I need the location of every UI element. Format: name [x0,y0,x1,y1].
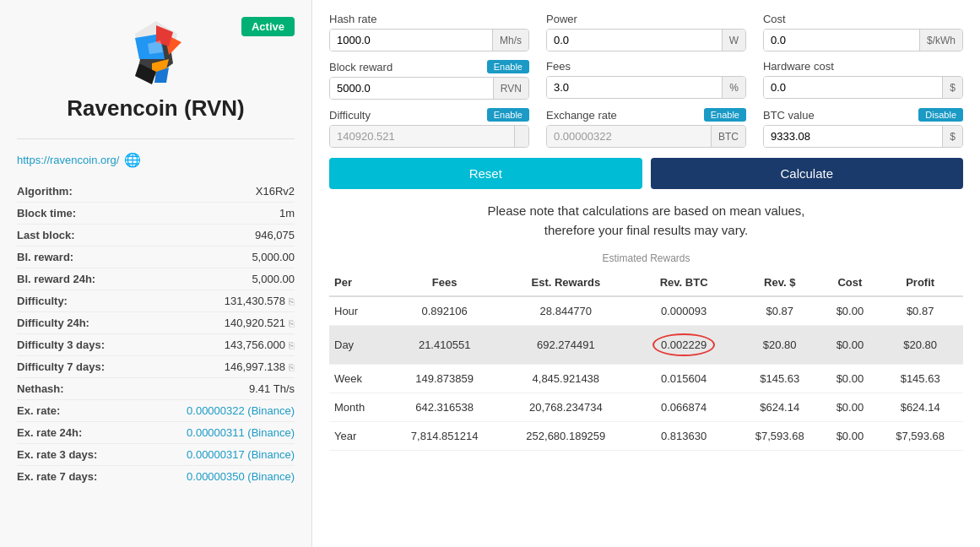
info-row-value[interactable]: 0.00000322 (Binance) [187,404,295,417]
cell-rev-usd: $624.14 [737,393,823,422]
hashrate-input[interactable] [330,30,492,51]
hashrate-unit: Mh/s [492,30,528,51]
right-panel: Hash rate Mh/s Power W Cost [312,0,980,547]
cell-per: Day [329,326,388,365]
cell-rev-btc: 0.015604 [631,365,736,393]
cell-per: Year [329,422,388,451]
coin-link-row: https://ravencoin.org/ 🌐 [17,152,295,168]
difficulty-input-wrapper [329,125,529,148]
table-row: Week149.8738594,845.9214380.015604$145.6… [329,365,963,393]
coin-url-link[interactable]: https://ravencoin.org/ [17,154,119,166]
info-row-label: Block time: [17,207,76,219]
circled-value: 0.002229 [652,333,715,356]
copy-icon[interactable]: ⎘ [289,318,295,328]
info-row-label: Bl. reward: [17,251,73,263]
cell-est-rewards: 28.844770 [501,296,631,326]
cell-rev-usd: $0.87 [737,296,823,326]
info-row-label: Difficulty 3 days: [17,338,105,351]
cell-per: Month [329,393,388,422]
col-rev-usd: Rev. $ [737,269,823,296]
calculate-button[interactable]: Calculate [651,158,964,189]
blockreward-input[interactable] [330,78,493,99]
info-row-value[interactable]: 0.00000311 (Binance) [187,426,295,439]
cell-est-rewards: 4,845.921438 [501,365,631,393]
fees-input[interactable] [547,77,722,98]
power-input[interactable] [547,30,722,51]
info-row-label: Last block: [17,229,75,241]
cell-fees: 642.316538 [388,393,501,422]
copy-icon[interactable]: ⎘ [289,296,295,306]
btcvalue-label: BTC value [763,109,815,122]
difficulty-label: Difficulty [329,109,371,122]
cell-cost: $0.00 [823,422,878,451]
difficulty-enable-btn[interactable]: Enable [487,108,529,122]
cell-cost: $0.00 [823,326,878,365]
fees-label: Fees [546,60,571,73]
hashrate-input-wrapper: Mh/s [329,29,529,51]
copy-icon[interactable]: ⎘ [289,340,295,350]
info-row: Difficulty 3 days:143,756.000 ⎘ [17,334,295,356]
cell-rev-usd: $20.80 [737,326,823,365]
col-cost: Cost [823,269,878,296]
info-table: Algorithm:X16Rv2Block time:1mLast block:… [17,181,295,487]
cost-label: Cost [763,13,786,25]
cost-group: Cost $/kWh [763,13,963,51]
cell-rev-btc: 0.066874 [631,393,736,422]
info-row-label: Ex. rate 7 days: [17,470,97,483]
info-row: Last block:946,075 [17,225,295,246]
info-row-value: 146,997.138 ⎘ [225,360,295,373]
btcvalue-disable-btn[interactable]: Disable [918,108,963,122]
exchangerate-enable-btn[interactable]: Enable [704,108,746,122]
info-row-label: Difficulty 24h: [17,317,89,329]
info-row: Block time:1m [17,203,295,225]
fees-group: Fees % [546,60,746,100]
hashrate-group: Hash rate Mh/s [329,13,529,51]
info-row: Bl. reward 24h:5,000.00 [17,268,295,290]
action-buttons: Reset Calculate [329,158,963,189]
btcvalue-input[interactable] [764,126,942,147]
form-grid: Hash rate Mh/s Power W Cost [329,13,963,148]
exchangerate-input[interactable] [547,126,711,147]
info-row-value[interactable]: 0.00000317 (Binance) [187,448,295,461]
difficulty-input[interactable] [330,126,514,147]
cell-rev-usd: $7,593.68 [737,422,823,451]
cell-cost: $0.00 [823,365,878,393]
difficulty-group: Difficulty Enable [329,108,529,148]
cell-cost: $0.00 [823,296,878,326]
info-row-label: Ex. rate: [17,404,60,417]
blockreward-unit: RVN [493,78,528,99]
info-row-value[interactable]: 0.00000350 (Binance) [187,470,295,483]
reset-button[interactable]: Reset [329,158,642,189]
info-row-value: 946,075 [255,229,295,241]
hashrate-label: Hash rate [329,13,376,25]
globe-icon: 🌐 [124,152,141,168]
col-per: Per [329,269,388,296]
btcvalue-group: BTC value Disable $ [763,108,963,148]
cost-input[interactable] [764,30,919,51]
blockreward-enable-btn[interactable]: Enable [487,60,529,73]
copy-icon[interactable]: ⎘ [289,362,295,372]
note-text: Please note that calculations are based … [329,202,963,240]
cell-est-rewards: 20,768.234734 [501,393,631,422]
table-row: Year7,814.851214252,680.1892590.813630$7… [329,422,963,451]
table-row: Day21.410551692.2744910.002229$20.80$0.0… [329,326,963,365]
exchangerate-group: Exchange rate Enable BTC [546,108,746,148]
info-row: Ex. rate 24h:0.00000311 (Binance) [17,422,295,444]
cell-fees: 0.892106 [388,296,501,326]
info-row-value: X16Rv2 [256,185,295,198]
note-line2: therefore your final results may vary. [544,223,748,237]
info-row: Nethash:9.41 Th/s [17,378,295,400]
coin-name: Ravencoin (RVN) [17,95,295,122]
fees-input-wrapper: % [546,76,746,99]
cell-rev-usd: $145.63 [737,365,823,393]
exchangerate-unit: BTC [711,126,745,147]
info-row: Difficulty 7 days:146,997.138 ⎘ [17,356,295,378]
info-row-label: Bl. reward 24h: [17,273,95,285]
btcvalue-input-wrapper: $ [763,125,963,148]
power-group: Power W [546,13,746,51]
hardwarecost-input[interactable] [764,77,942,98]
results-table: Per Fees Est. Rewards Rev. BTC Rev. $ Co… [329,269,963,451]
cell-profit: $7,593.68 [877,422,963,451]
cell-profit: $0.87 [877,296,963,326]
est-rewards-label: Estimated Rewards [329,252,963,264]
